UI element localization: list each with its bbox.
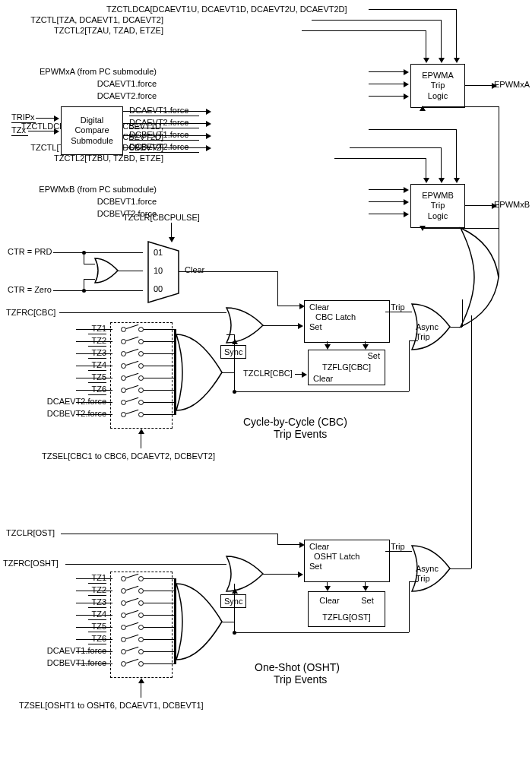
osht-section2-lbl: Trip Events [274, 673, 327, 686]
osht-trip-lbl: Trip [391, 542, 405, 551]
dc-out4-lbl: DCBEVT2.force [129, 142, 188, 151]
osht-tz2-lbl: TZ2 [91, 585, 106, 594]
epwmxa-out-lbl: EPWMxA [494, 80, 530, 89]
master-or-gate [453, 228, 502, 327]
osht-tz6-lbl: TZ6 [91, 634, 106, 643]
epwmxb-in-lbl: EPWMxB (from PC submodule) [39, 185, 157, 194]
osht-tzsel-lbl: TZSEL[OSHT1 to OSHT6, DCAEVT1, DCBEVT1] [19, 701, 204, 710]
epwma-trip-logic-box: EPWMA Trip Logic [410, 64, 465, 108]
dc-l2: Compare [74, 125, 109, 135]
cbc-latch-set: Set [309, 322, 322, 332]
cbc-flg-name: TZFLG[CBC] [322, 363, 371, 372]
cbc-dca2f-lbl: DCAEVT2.force [47, 397, 106, 406]
tzfrc-cbc-lbl: TZFRC[CBC] [6, 308, 55, 317]
osht-latch-clear: Clear [309, 542, 329, 552]
cbc-tz3-lbl: TZ3 [91, 348, 106, 357]
cbc-section2-lbl: Trip Events [274, 428, 327, 440]
cbc-big-or-gate [176, 334, 231, 448]
tzctl-a-lbl: TZCTL[TZA, DCAEVT1, DCAEVT2] [30, 15, 163, 24]
cbc-dcb2f-lbl: DCBEVT2.force [47, 409, 106, 418]
osht-latch-box: Clear OSHT Latch Set [304, 540, 390, 582]
cbc-flg-clear: Clear [309, 374, 333, 384]
tzclr-ost-lbl: TZCLR[OST] [6, 528, 55, 537]
dc-out2-lbl: DCAEVT2.force [129, 118, 188, 127]
dcbevt1f-lbl: DCBEVT1.force [97, 197, 157, 206]
epwmb-l1: EPWMB [422, 191, 454, 201]
cbc-tz5-lbl: TZ5 [91, 372, 106, 382]
ctr-zero-lbl: CTR = Zero [8, 285, 52, 294]
tzclr-cbcpulse-lbl: TZCLR[CBCPULSE] [123, 213, 200, 222]
dcaevt2f-lbl: DCAEVT2.force [97, 91, 157, 100]
dc-out1-lbl: DCAEVT1.force [129, 106, 188, 115]
cbc-tzflg-box: Set TZFLG[CBC] Clear [308, 350, 385, 385]
tripx-lbl: TRIPx [11, 112, 35, 122]
mux01: 01 [154, 248, 163, 257]
epwmxa-out-line [465, 85, 492, 86]
mux10: 10 [154, 266, 163, 275]
epwmb-l2: Trip [431, 201, 445, 211]
epwma-l1: EPWMA [422, 71, 454, 81]
cbc-section-lbl: Cycle-by-Cycle (CBC) [243, 416, 347, 428]
tzctldca-lbl: TZCTLDCA[DCAEVT1U, DCAEVT1D, DCAEVT2U, D… [106, 5, 347, 14]
tzclr-cbc-lbl: TZCLR[CBC] [243, 369, 293, 378]
dcaevt1f-lbl: DCAEVT1.force [97, 79, 157, 88]
osht-dca1f-lbl: DCAEVT1.force [47, 646, 106, 655]
digital-compare-box: Digital Compare Submodule [61, 106, 123, 155]
ctr-prd-lbl: CTR = PRD [8, 247, 52, 256]
osht-tz4-lbl: TZ4 [91, 610, 106, 619]
cbc-async-lbl: Async [416, 322, 439, 331]
epwmb-trip-logic-box: EPWMB Trip Logic [410, 184, 465, 228]
epwmxb-out-lbl: EPWMxB [494, 200, 530, 209]
svg-marker-0 [148, 242, 179, 302]
dc-l1: Digital [81, 116, 104, 125]
dc-out3-lbl: DCBEVT1.force [129, 130, 188, 139]
cbc-flg-set: Set [367, 351, 385, 361]
cbc-latch-box: Clear CBC Latch Set [304, 300, 390, 343]
osht-latch-set: Set [309, 562, 322, 572]
osht-tz1-lbl: TZ1 [91, 573, 106, 582]
osht-tz3-lbl: TZ3 [91, 597, 106, 606]
epwma-l2: Trip [431, 81, 445, 90]
cbc-tz4-lbl: TZ4 [91, 360, 106, 369]
osht-flg-set: Set [361, 596, 374, 606]
cbc-tz1-lbl: TZ1 [91, 324, 106, 333]
osht-big-or-gate [176, 584, 231, 698]
epwmxa-in-lbl: EPWMxA (from PC submodule) [40, 67, 157, 76]
osht-dcb1f-lbl: DCBEVT1.force [47, 658, 106, 667]
osht-tz5-lbl: TZ5 [91, 622, 106, 631]
tzx-lbl: TZx [11, 125, 26, 135]
mux-clear-lbl: Clear [185, 265, 204, 274]
cbc-tz6-lbl: TZ6 [91, 385, 106, 394]
cbc-latch-name: CBC Latch [309, 312, 356, 322]
epwmb-l3: Logic [428, 211, 448, 221]
mux00: 00 [154, 284, 163, 293]
osht-tzflg-box: Clear Set TZFLG[OST] [308, 591, 385, 627]
tzctl2-a-lbl: TZCTL2[TZAU, TZAD, ETZE] [54, 26, 163, 35]
cbc-latch-clear: Clear [309, 302, 329, 312]
osht-async-lbl: Async [416, 564, 439, 573]
cbc-tzsel-lbl: TZSEL[CBC1 to CBC6, DCAEVT2, DCBEVT2] [42, 451, 215, 461]
osht-flg-clear: Clear [319, 596, 339, 606]
epwma-l3: Logic [428, 91, 448, 101]
osht-flg-name: TZFLG[OST] [322, 613, 371, 622]
osht-latch-name: OSHT Latch [309, 552, 359, 562]
tzfrc-osht-lbl: TZFRC[OSHT] [3, 559, 59, 568]
dc-l3: Submodule [71, 136, 113, 146]
osht-section-lbl: One-Shot (OSHT) [255, 661, 340, 673]
cbc-trip-lbl: Trip [391, 302, 405, 312]
cbc-tz2-lbl: TZ2 [91, 336, 106, 345]
epwmxb-out-line [465, 205, 492, 206]
